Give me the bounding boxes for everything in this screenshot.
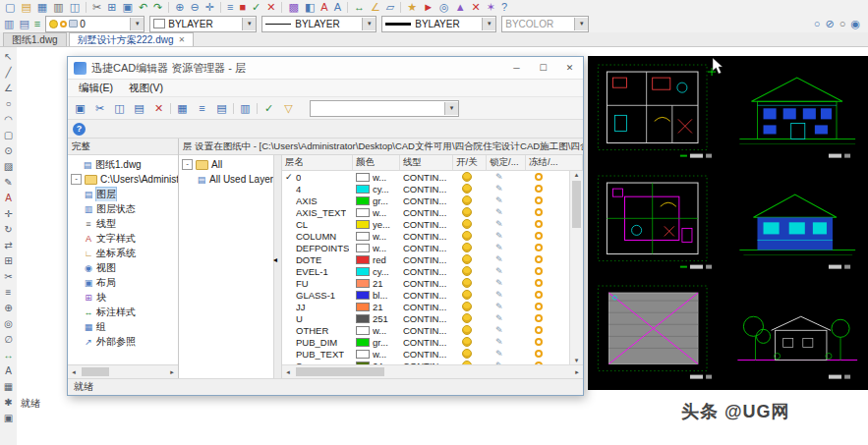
pencil-icon[interactable]: ✎ — [495, 325, 503, 335]
explode-icon[interactable]: ✱ — [1, 396, 16, 409]
column-header[interactable]: 颜色 — [353, 155, 400, 170]
pencil-icon[interactable]: ✎ — [495, 219, 503, 229]
layer-row[interactable]: ✓0w...CONTIN...✎ — [282, 171, 569, 183]
layer-linetype-cell[interactable]: CONTIN... — [400, 219, 453, 230]
layer-onoff-cell[interactable] — [453, 302, 487, 311]
sun-icon[interactable] — [535, 173, 543, 181]
layer-lock-cell[interactable]: ✎ — [487, 266, 526, 276]
layer-onoff-cell[interactable] — [453, 243, 487, 252]
insert-icon[interactable]: ◧ — [305, 1, 315, 14]
minimize-button[interactable]: ─ — [503, 57, 530, 79]
layer-lock-cell[interactable]: ✎ — [487, 349, 526, 359]
layer-row[interactable]: U251CONTIN...✎ — [282, 312, 569, 324]
layer-freeze-cell[interactable] — [526, 196, 569, 204]
chevron-down-icon[interactable]: ▾ — [242, 18, 256, 30]
layer-row[interactable]: OTHERw...CONTIN...✎ — [282, 324, 569, 336]
star-icon[interactable]: ★ — [407, 1, 417, 14]
layer-states-icon[interactable]: ≡ — [34, 18, 40, 30]
layer-linetype-cell[interactable]: CONTIN... — [400, 207, 453, 218]
layer-freeze-cell[interactable] — [526, 291, 569, 299]
print-icon[interactable]: ▥ — [53, 1, 63, 14]
bulb-icon[interactable] — [462, 231, 472, 241]
dialog-toolbar-combo[interactable]: ▾ — [310, 100, 459, 117]
pencil-icon[interactable]: ✎ — [495, 349, 503, 359]
layer-lock-cell[interactable]: ✎ — [487, 302, 526, 311]
angle-icon[interactable]: ∠ — [371, 1, 380, 14]
circle-outline-icon[interactable]: ○ — [814, 18, 821, 30]
pencil-icon[interactable]: ✎ — [495, 195, 503, 205]
offset-icon[interactable]: ≡ — [1, 286, 16, 299]
tree-item[interactable]: ↗外部参照 — [68, 334, 178, 349]
scroll-right-icon[interactable]: ▸ — [571, 368, 583, 376]
table-hscrollbar[interactable]: ◂ ▸ — [282, 364, 583, 378]
list-view-icon[interactable]: ≡ — [194, 100, 210, 117]
erase-icon[interactable]: ✕ — [266, 1, 275, 14]
bulb-icon[interactable] — [462, 172, 472, 182]
scroll-down-icon[interactable]: ▾ — [571, 357, 583, 364]
document-tab[interactable]: 图纸1.dwg — [3, 32, 67, 46]
layer-freeze-cell[interactable] — [526, 350, 569, 358]
layer-row[interactable]: GLASS-1bl...CONTIN...✎ — [282, 289, 569, 301]
layer-linetype-cell[interactable]: CONTIN... — [400, 337, 453, 348]
tree-item[interactable]: ≡线型 — [68, 216, 178, 231]
layer-color-cell[interactable]: w... — [353, 243, 400, 253]
filter-icon[interactable]: ▽ — [280, 100, 297, 117]
scroll-track[interactable] — [80, 365, 166, 378]
circle-filled-icon[interactable]: ◉ — [850, 18, 860, 30]
edit-icon[interactable]: ✎ — [1, 176, 16, 189]
layer-row[interactable]: DOTEredCONTIN...✎ — [282, 253, 569, 265]
select-icon[interactable]: ↖ — [1, 50, 16, 63]
group-icon[interactable]: ▦ — [1, 380, 16, 393]
layer-onoff-cell[interactable] — [453, 290, 487, 300]
layer-onoff-cell[interactable] — [453, 349, 487, 359]
drawings-panel-hscrollbar[interactable]: ◂ ▸ — [68, 364, 178, 378]
help-icon[interactable]: ? — [501, 1, 507, 14]
tree-item[interactable]: -C:\Users\Administrator\D — [68, 172, 178, 187]
scroll-left-icon[interactable]: ◂ — [68, 368, 80, 376]
properties-icon[interactable]: ▣ — [1, 412, 16, 424]
delete-icon[interactable]: ✕ — [150, 100, 167, 117]
triangle-icon[interactable]: ▲ — [455, 1, 466, 14]
measure-icon[interactable]: ∅ — [1, 333, 16, 346]
layers-icon[interactable]: ▤ — [19, 18, 29, 30]
tree-item[interactable]: ▤图层 — [68, 187, 178, 201]
pencil-icon[interactable]: ✎ — [495, 266, 503, 276]
layer-color-cell[interactable]: gr... — [353, 195, 400, 206]
chevron-down-icon[interactable]: ▾ — [482, 18, 495, 30]
chevron-down-icon[interactable]: ▾ — [574, 18, 588, 30]
bulb-icon[interactable] — [462, 337, 472, 347]
arc-icon[interactable]: ◠ — [1, 113, 16, 126]
hatch-icon[interactable]: ▨ — [1, 160, 16, 173]
column-header[interactable]: 开/关 — [453, 155, 487, 170]
color-icon[interactable]: ■ — [239, 1, 246, 14]
layer-lock-cell[interactable]: ✎ — [487, 172, 526, 182]
copy-icon[interactable]: ⊞ — [107, 1, 116, 14]
column-header[interactable]: 线型 — [400, 155, 453, 170]
close-icon[interactable]: ✕ — [179, 35, 186, 44]
dialog-titlebar[interactable]: 迅捷CAD编辑器 资源管理器 - 层 ─☐✕ — [68, 57, 583, 80]
bulb-icon[interactable] — [462, 302, 472, 311]
layer-lock-cell[interactable]: ✎ — [487, 243, 526, 252]
layer-lock-cell[interactable]: ✎ — [487, 195, 526, 205]
mirror-icon[interactable]: ⇄ — [1, 239, 16, 251]
sun-icon[interactable] — [535, 314, 543, 322]
bulb-icon[interactable] — [462, 313, 472, 323]
layer-freeze-cell[interactable] — [526, 314, 569, 322]
column-header[interactable]: 锁定/... — [487, 155, 526, 170]
side-elevation-thumbnail[interactable] — [732, 173, 863, 274]
layer-linetype-cell[interactable]: CONTIN... — [400, 195, 453, 206]
layer-row[interactable]: COLUMNw...CONTIN...✎ — [282, 230, 569, 242]
layer-color-cell[interactable]: 251 — [353, 313, 400, 324]
layer-onoff-cell[interactable] — [453, 266, 487, 276]
pencil-icon[interactable]: ✎ — [495, 337, 503, 347]
layer-lock-cell[interactable]: ✎ — [487, 231, 526, 241]
layer-row[interactable]: EVEL-1cy...CONTIN...✎ — [282, 265, 569, 277]
layer-color-cell[interactable]: bl... — [353, 290, 400, 301]
layer-lock-cell[interactable]: ✎ — [487, 313, 526, 323]
layer-lock-cell[interactable]: ✎ — [487, 254, 526, 264]
pencil-icon[interactable]: ✎ — [495, 243, 503, 252]
layer-freeze-cell[interactable] — [526, 255, 569, 263]
tree-item[interactable]: ↔标注样式 — [68, 305, 178, 319]
pencil-icon[interactable]: ✎ — [495, 302, 503, 311]
rectangle-icon[interactable]: ▢ — [1, 129, 16, 141]
